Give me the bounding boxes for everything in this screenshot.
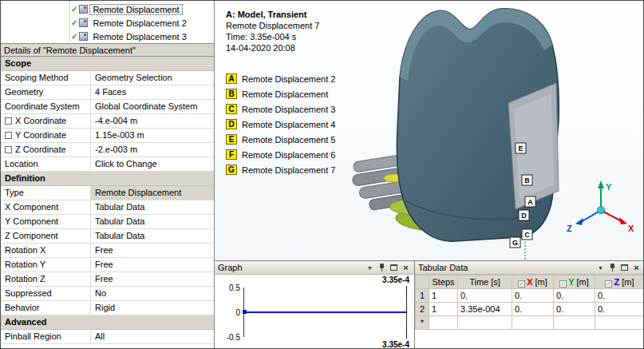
graph-panel-title: Graph [218,263,363,272]
model-callout-letter: C [524,231,530,239]
data-cell[interactable]: 0. [554,303,595,316]
data-cell[interactable]: 0. [554,289,595,303]
check-icon: ✓ [71,5,77,14]
pin-icon[interactable] [377,263,387,273]
check-icon: ✓ [71,32,77,41]
graph-titlebar[interactable]: Graph ▼ × [215,261,414,275]
legend-item: ARemote Displacement 2 [226,71,335,86]
property-value[interactable]: Geometry Selection [91,71,214,85]
details-property-row: X ComponentTabular Data [1,200,214,215]
data-cell[interactable]: 0. [595,303,644,316]
viewport-annotation: A: Model, Transient Remote Displacement … [226,9,319,54]
coordinate-checkbox[interactable] [5,117,12,125]
row-number-column-header [416,276,429,289]
property-value[interactable]: 4 Faces [91,85,214,99]
details-group-header[interactable]: Definition [1,172,214,186]
details-table: ScopeScoping MethodGeometry SelectionGeo… [1,57,214,344]
data-cell[interactable]: 0. [512,303,554,316]
legend-key-box: A [226,73,237,84]
property-value[interactable]: No [91,287,214,300]
property-label: X Coordinate [1,114,91,128]
coordinate-checkbox[interactable] [5,146,12,153]
details-property-row: Z ComponentTabular Data [1,229,214,244]
property-value[interactable]: Rigid [91,301,214,315]
legend-key-box: D [226,119,237,129]
data-cell[interactable]: 0. [512,289,554,303]
property-value[interactable]: Click to Change [91,157,214,171]
property-value[interactable]: Remote Displacement [91,186,214,200]
property-value[interactable]: Tabular Data [91,200,214,214]
triad-y-label: Y [606,182,612,192]
tabular-data-panel: Tabular Data ▼ × StepsTime [s]✓X [m]✓Y [… [415,260,644,349]
property-value[interactable]: -4.e-004 m [91,114,214,128]
close-icon[interactable]: × [631,263,642,273]
time-annotation: Time: 3.35e-004 s [226,31,319,42]
data-cell[interactable] [429,316,458,330]
data-cell[interactable] [595,316,644,330]
tree-item[interactable]: ✓Remote Displacement 2 [1,16,214,30]
legend-label: Remote Displacement 7 [242,165,335,175]
model-callout-letter: A [527,198,533,206]
property-label: Location [1,157,91,171]
property-label: Pinball Region [1,330,91,343]
legend-key-box: F [226,149,237,160]
data-cell[interactable]: 1 [429,303,458,316]
remote-displacement-icon [79,32,88,41]
property-value[interactable]: 1.15e-003 m [91,129,214,142]
pin-icon[interactable] [607,263,618,273]
property-label: Behavior [1,301,91,315]
legend-key-box: E [226,134,237,145]
tree-item-label: Remote Displacement [90,5,181,14]
y-axis-tick-label: 0 [215,308,240,317]
data-cell[interactable]: 0. [595,289,644,303]
maximize-icon[interactable] [619,263,630,273]
legend-key-box: B [226,89,237,99]
y-column-header: ✓Y [m] [554,276,595,289]
property-label: Y Component [1,215,91,228]
tabular-titlebar[interactable]: Tabular Data ▼ × [415,261,644,275]
graphics-viewport[interactable]: A: Model, Transient Remote Displacement … [215,1,644,260]
time-marker-line[interactable] [406,286,407,339]
dropdown-caret-icon[interactable]: ▼ [595,263,606,273]
details-property-row: Y Coordinate1.15e-003 m [1,129,214,143]
column-check-icon[interactable]: ✓ [559,280,567,288]
property-value[interactable]: Free [91,272,214,286]
tree-item[interactable]: ✓Remote Displacement 3 [1,30,214,43]
details-property-row: Rotation YFree [1,258,214,272]
property-label: Rotation Z [1,272,91,286]
property-label: X Component [1,200,91,214]
property-value[interactable]: Tabular Data [91,229,214,243]
property-value[interactable]: All [91,330,214,343]
property-value[interactable]: -2.e-003 m [91,143,214,157]
details-property-row: TypeRemote Displacement [1,186,214,200]
details-property-row: X Coordinate-4.e-004 m [1,114,214,129]
triad[interactable]: Y X Z [565,176,638,241]
data-cell[interactable] [458,316,512,330]
data-cell[interactable]: 3.35e-004 [458,303,512,316]
dropdown-caret-icon[interactable]: ▼ [365,263,375,273]
data-cell[interactable]: 0. [458,289,512,303]
left-panel: ✓Remote Displacement✓Remote Displacement… [1,1,215,348]
row-number-cell: 1 [416,289,429,303]
details-property-row: Pinball RegionAll [1,330,214,344]
tree-item[interactable]: ✓Remote Displacement [1,2,214,16]
details-group-header[interactable]: Advanced [1,315,214,330]
property-value[interactable]: Global Coordinate System [91,100,214,113]
tabular-data-row: * [416,316,644,330]
data-cell[interactable] [512,316,554,330]
column-check-icon[interactable]: ✓ [605,280,612,288]
property-label: Scoping Method [1,71,91,85]
property-value[interactable]: Free [91,244,214,257]
details-group-header[interactable]: Scope [1,57,214,71]
maximize-icon[interactable] [389,263,399,273]
data-cell[interactable] [554,316,595,330]
coordinate-checkbox[interactable] [5,132,12,139]
property-value[interactable]: Free [91,258,214,272]
details-property-row: BehaviorRigid [1,301,214,315]
close-icon[interactable]: × [401,263,411,273]
property-value[interactable]: Tabular Data [91,215,214,228]
column-check-icon[interactable]: ✓ [518,280,525,288]
data-cell[interactable]: 1 [429,289,458,303]
details-property-row: Rotation ZFree [1,272,214,287]
property-label: Z Coordinate [1,143,91,157]
